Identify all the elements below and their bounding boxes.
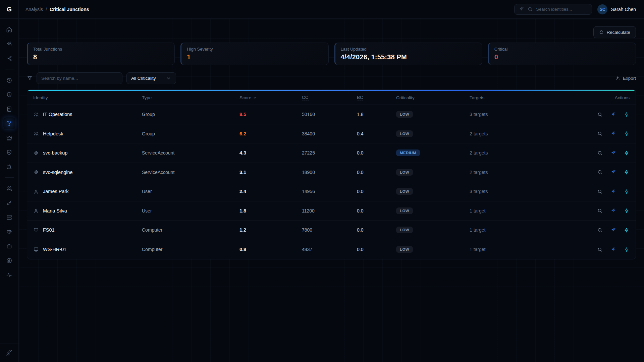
simulate-attack-icon[interactable] [624, 208, 630, 214]
column-header-bc[interactable]: BC [357, 95, 396, 101]
criticality-cell: MEDIUM [396, 149, 470, 156]
sidebar-item-id-book-icon[interactable] [3, 103, 15, 115]
sidebar-bottom [0, 344, 18, 362]
sidebar-item-shield-alert-icon[interactable] [3, 88, 15, 101]
targets-cell: 1 target [470, 227, 579, 233]
ai-analyze-icon[interactable] [610, 227, 616, 233]
app-logo[interactable]: G [0, 0, 19, 19]
inspect-icon[interactable] [597, 189, 603, 194]
sidebar-item-activity-icon[interactable] [3, 269, 15, 281]
sidebar-item-junction-icon[interactable] [3, 117, 15, 129]
simulate-attack-icon[interactable] [624, 131, 630, 136]
inspect-icon[interactable] [597, 150, 603, 156]
user-chip[interactable]: SC Sarah Chen [597, 4, 636, 14]
sidebar-item-home-icon[interactable] [3, 23, 15, 36]
criticality-badge: LOW [396, 246, 413, 253]
disconnect-icon[interactable] [5, 348, 14, 357]
export-button[interactable]: Export [615, 76, 636, 81]
column-header-type[interactable]: Type [142, 95, 239, 100]
name-filter-input[interactable] [37, 72, 122, 84]
sidebar-item-history-icon[interactable] [3, 74, 15, 86]
sidebar-item-lock-circle-icon[interactable] [3, 254, 15, 266]
sidebar-item-server-icon[interactable] [3, 211, 15, 223]
table-row[interactable]: James Park User 2.4 14956 0.0 LOW 3 targ… [27, 182, 636, 201]
sidebar-item-network-icon[interactable] [3, 52, 15, 64]
sort-desc-icon [253, 96, 257, 100]
bc-cell: 0.4 [357, 131, 396, 136]
sidebar-item-bot-icon[interactable] [3, 240, 15, 252]
stat-label: Total Junctions [33, 47, 169, 52]
table-row[interactable]: svc-backup ServiceAccount 4.3 27225 0.0 … [27, 143, 636, 163]
inspect-icon[interactable] [597, 169, 603, 175]
ai-analyze-icon[interactable] [610, 169, 616, 175]
criticality-cell: LOW [396, 188, 470, 195]
table-row[interactable]: FS01 Computer 1.2 7800 0.0 LOW 1 target [27, 221, 636, 240]
table-row[interactable]: Helpdesk Group 6.2 38400 0.4 LOW 2 targe… [27, 124, 636, 144]
row-actions [579, 189, 630, 194]
inspect-icon[interactable] [597, 208, 603, 214]
sidebar-item-sparkles-icon[interactable] [3, 38, 15, 50]
filter-row: All Criticality Export [27, 72, 636, 84]
sparkle-icon [519, 6, 524, 12]
targets-cell: 2 targets [470, 150, 579, 156]
identity-name: FS01 [43, 227, 55, 233]
ai-analyze-icon[interactable] [610, 112, 616, 117]
stats-row: Total Junctions 8 High Severity 1 Last U… [27, 43, 636, 65]
score-cell: 1.2 [239, 227, 302, 233]
stat-card: Total Junctions 8 [27, 43, 175, 65]
ai-analyze-icon[interactable] [610, 247, 616, 252]
table-row[interactable]: IT Operations Group 8.5 50160 1.8 LOW 3 … [27, 105, 636, 124]
criticality-badge: LOW [396, 188, 413, 195]
avatar[interactable]: SC [597, 4, 607, 14]
criticality-filter-select[interactable]: All Criticality [126, 72, 176, 84]
criticality-cell: LOW [396, 169, 470, 176]
simulate-attack-icon[interactable] [624, 189, 630, 194]
targets-cell: 2 targets [470, 170, 579, 175]
recalculate-button[interactable]: Recalculate [593, 26, 636, 38]
simulate-attack-icon[interactable] [624, 112, 630, 117]
sidebar-item-crown-icon[interactable] [3, 132, 15, 144]
ai-analyze-icon[interactable] [610, 131, 616, 136]
identity-cell: IT Operations [33, 112, 142, 117]
type-cell: ServiceAccount [142, 170, 239, 175]
ai-analyze-icon[interactable] [610, 189, 616, 194]
inspect-icon[interactable] [597, 131, 603, 136]
inspect-icon[interactable] [597, 112, 603, 117]
ai-analyze-icon[interactable] [610, 208, 616, 214]
sidebar-item-key-icon[interactable] [3, 197, 15, 209]
column-header-score[interactable]: Score [239, 95, 302, 100]
column-header-cc[interactable]: CC [302, 95, 357, 101]
global-search-input[interactable] [536, 7, 588, 12]
global-search[interactable] [514, 4, 592, 15]
sidebar-item-scales-icon[interactable] [3, 226, 15, 238]
ai-analyze-icon[interactable] [610, 150, 616, 156]
column-header-identity[interactable]: Identity [33, 95, 142, 100]
table-row[interactable]: svc-sqlengine ServiceAccount 3.1 18900 0… [27, 163, 636, 182]
cc-cell: 50160 [302, 112, 357, 117]
bc-cell: 0.0 [357, 247, 396, 252]
table-row[interactable]: WS-HR-01 Computer 0.8 4837 0.0 LOW 1 tar… [27, 240, 636, 259]
column-header-criticality[interactable]: Criticality [396, 95, 470, 100]
sidebar-item-shield-check-icon[interactable] [3, 146, 15, 158]
refresh-icon [599, 30, 604, 35]
sidebar-item-siren-icon[interactable] [3, 161, 15, 173]
page-action-row: Recalculate [27, 26, 636, 38]
bc-cell: 0.0 [357, 208, 396, 214]
identity-cell: James Park [33, 189, 142, 194]
stat-label: Critical [494, 47, 630, 52]
breadcrumb-parent[interactable]: Analysis [25, 7, 43, 12]
stat-value: 0 [494, 53, 630, 61]
cc-cell: 7800 [302, 227, 357, 233]
inspect-icon[interactable] [597, 247, 603, 252]
column-header-targets[interactable]: Targets [470, 95, 579, 100]
simulate-attack-icon[interactable] [624, 169, 630, 175]
simulate-attack-icon[interactable] [624, 227, 630, 233]
simulate-attack-icon[interactable] [624, 150, 630, 156]
targets-cell: 3 targets [470, 112, 579, 117]
sidebar-divider [5, 69, 14, 69]
main-content: Recalculate Total Junctions 8 High Sever… [19, 19, 644, 362]
sidebar-item-users-icon[interactable] [3, 182, 15, 194]
table-row[interactable]: Maria Silva User 1.8 11200 0.0 LOW 1 tar… [27, 201, 636, 221]
simulate-attack-icon[interactable] [624, 247, 630, 252]
inspect-icon[interactable] [597, 227, 603, 233]
